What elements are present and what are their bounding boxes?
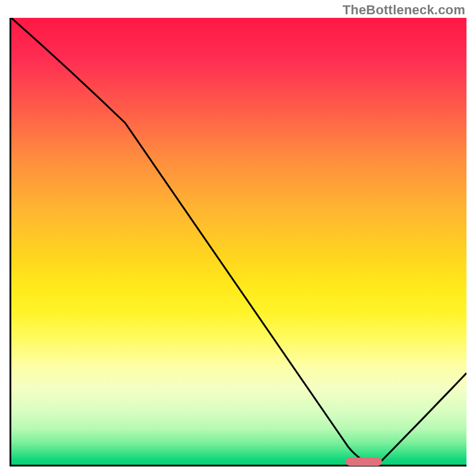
curve-path bbox=[11, 18, 466, 465]
chart-container: TheBottleneck.com bbox=[0, 0, 476, 476]
plot-area bbox=[10, 18, 466, 466]
watermark-label: TheBottleneck.com bbox=[343, 2, 465, 18]
optimum-marker bbox=[346, 458, 382, 466]
bottleneck-curve bbox=[11, 18, 466, 465]
